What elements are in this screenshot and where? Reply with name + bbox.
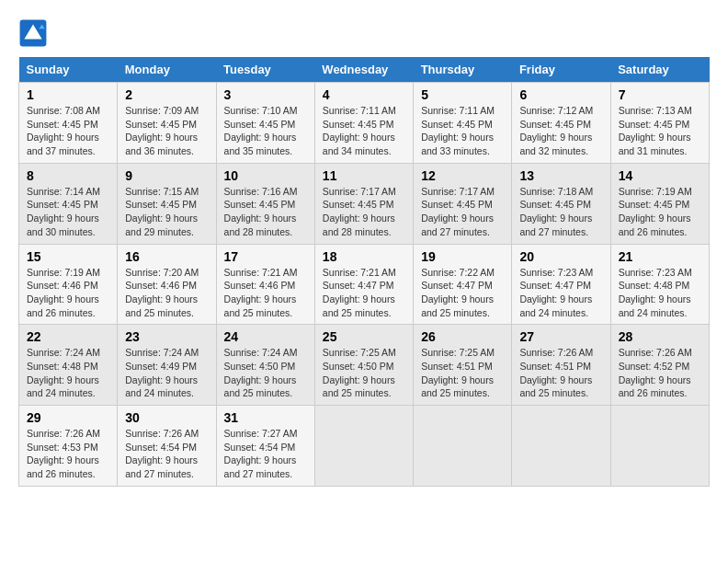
day-info: Sunrise: 7:23 AMSunset: 4:48 PMDaylight:…: [619, 266, 701, 320]
day-info: Sunrise: 7:24 AMSunset: 4:49 PMDaylight:…: [125, 346, 208, 400]
day-number: 3: [224, 87, 307, 102]
day-number: 18: [323, 249, 405, 264]
day-info: Sunrise: 7:11 AMSunset: 4:45 PMDaylight:…: [323, 104, 405, 158]
day-info: Sunrise: 7:19 AMSunset: 4:45 PMDaylight:…: [619, 185, 701, 239]
col-header-sunday: Sunday: [19, 57, 118, 83]
day-number: 26: [421, 329, 504, 344]
day-info: Sunrise: 7:27 AMSunset: 4:54 PMDaylight:…: [224, 427, 307, 481]
day-number: 27: [519, 329, 602, 344]
calendar-cell: 13Sunrise: 7:18 AMSunset: 4:45 PMDayligh…: [512, 163, 610, 244]
calendar-table: SundayMondayTuesdayWednesdayThursdayFrid…: [18, 57, 710, 487]
day-info: Sunrise: 7:13 AMSunset: 4:45 PMDaylight:…: [619, 104, 701, 158]
day-number: 1: [27, 87, 109, 102]
day-info: Sunrise: 7:22 AMSunset: 4:47 PMDaylight:…: [421, 266, 504, 320]
day-info: Sunrise: 7:09 AMSunset: 4:45 PMDaylight:…: [125, 104, 208, 158]
day-info: Sunrise: 7:25 AMSunset: 4:51 PMDaylight:…: [421, 346, 504, 400]
day-info: Sunrise: 7:21 AMSunset: 4:47 PMDaylight:…: [323, 266, 405, 320]
col-header-monday: Monday: [118, 57, 216, 83]
day-number: 5: [421, 87, 504, 102]
logo-icon: [18, 18, 48, 48]
day-info: Sunrise: 7:14 AMSunset: 4:45 PMDaylight:…: [27, 185, 109, 239]
day-info: Sunrise: 7:17 AMSunset: 4:45 PMDaylight:…: [421, 185, 504, 239]
day-info: Sunrise: 7:25 AMSunset: 4:50 PMDaylight:…: [323, 346, 405, 400]
calendar-cell: 20Sunrise: 7:23 AMSunset: 4:47 PMDayligh…: [512, 244, 610, 325]
day-info: Sunrise: 7:26 AMSunset: 4:54 PMDaylight:…: [125, 427, 208, 481]
day-number: 22: [27, 329, 109, 344]
calendar-cell: 18Sunrise: 7:21 AMSunset: 4:47 PMDayligh…: [314, 244, 413, 325]
day-number: 9: [125, 168, 208, 183]
week-row-2: 8Sunrise: 7:14 AMSunset: 4:45 PMDaylight…: [19, 163, 710, 244]
day-number: 14: [619, 168, 701, 183]
day-info: Sunrise: 7:10 AMSunset: 4:45 PMDaylight:…: [224, 104, 307, 158]
day-info: Sunrise: 7:18 AMSunset: 4:45 PMDaylight:…: [519, 185, 602, 239]
calendar-cell: 5Sunrise: 7:11 AMSunset: 4:45 PMDaylight…: [414, 83, 512, 164]
day-info: Sunrise: 7:21 AMSunset: 4:46 PMDaylight:…: [224, 266, 307, 320]
calendar-cell: 15Sunrise: 7:19 AMSunset: 4:46 PMDayligh…: [19, 244, 118, 325]
day-number: 20: [519, 249, 602, 264]
day-info: Sunrise: 7:17 AMSunset: 4:45 PMDaylight:…: [323, 185, 405, 239]
calendar-cell: 27Sunrise: 7:26 AMSunset: 4:51 PMDayligh…: [512, 325, 610, 406]
logo: [18, 18, 51, 48]
calendar-cell: 8Sunrise: 7:14 AMSunset: 4:45 PMDaylight…: [19, 163, 118, 244]
day-info: Sunrise: 7:15 AMSunset: 4:45 PMDaylight:…: [125, 185, 208, 239]
day-number: 28: [619, 329, 701, 344]
col-header-saturday: Saturday: [610, 57, 709, 83]
day-number: 2: [125, 87, 208, 102]
day-info: Sunrise: 7:16 AMSunset: 4:45 PMDaylight:…: [224, 185, 307, 239]
calendar-cell: [512, 406, 610, 487]
calendar-cell: [610, 406, 709, 487]
day-number: 11: [323, 168, 405, 183]
day-number: 30: [125, 410, 208, 425]
day-number: 23: [125, 329, 208, 344]
col-header-tuesday: Tuesday: [216, 57, 314, 83]
calendar-cell: 11Sunrise: 7:17 AMSunset: 4:45 PMDayligh…: [314, 163, 413, 244]
calendar-cell: 29Sunrise: 7:26 AMSunset: 4:53 PMDayligh…: [19, 406, 118, 487]
calendar-cell: 16Sunrise: 7:20 AMSunset: 4:46 PMDayligh…: [118, 244, 216, 325]
day-info: Sunrise: 7:12 AMSunset: 4:45 PMDaylight:…: [519, 104, 602, 158]
day-number: 15: [27, 249, 109, 264]
day-info: Sunrise: 7:26 AMSunset: 4:51 PMDaylight:…: [519, 346, 602, 400]
day-number: 21: [619, 249, 701, 264]
calendar-cell: 7Sunrise: 7:13 AMSunset: 4:45 PMDaylight…: [610, 83, 709, 164]
col-header-friday: Friday: [512, 57, 610, 83]
week-row-4: 22Sunrise: 7:24 AMSunset: 4:48 PMDayligh…: [19, 325, 710, 406]
header-row: SundayMondayTuesdayWednesdayThursdayFrid…: [19, 57, 710, 83]
page-header: [18, 18, 710, 48]
calendar-cell: 17Sunrise: 7:21 AMSunset: 4:46 PMDayligh…: [216, 244, 314, 325]
day-info: Sunrise: 7:24 AMSunset: 4:48 PMDaylight:…: [27, 346, 109, 400]
day-number: 4: [323, 87, 405, 102]
day-info: Sunrise: 7:24 AMSunset: 4:50 PMDaylight:…: [224, 346, 307, 400]
calendar-cell: [414, 406, 512, 487]
day-info: Sunrise: 7:20 AMSunset: 4:46 PMDaylight:…: [125, 266, 208, 320]
calendar-cell: 30Sunrise: 7:26 AMSunset: 4:54 PMDayligh…: [118, 406, 216, 487]
day-info: Sunrise: 7:23 AMSunset: 4:47 PMDaylight:…: [519, 266, 602, 320]
day-number: 7: [619, 87, 701, 102]
day-number: 13: [519, 168, 602, 183]
calendar-cell: 22Sunrise: 7:24 AMSunset: 4:48 PMDayligh…: [19, 325, 118, 406]
day-info: Sunrise: 7:26 AMSunset: 4:52 PMDaylight:…: [619, 346, 701, 400]
calendar-cell: 4Sunrise: 7:11 AMSunset: 4:45 PMDaylight…: [314, 83, 413, 164]
week-row-3: 15Sunrise: 7:19 AMSunset: 4:46 PMDayligh…: [19, 244, 710, 325]
day-number: 16: [125, 249, 208, 264]
calendar-cell: 6Sunrise: 7:12 AMSunset: 4:45 PMDaylight…: [512, 83, 610, 164]
calendar-cell: 23Sunrise: 7:24 AMSunset: 4:49 PMDayligh…: [118, 325, 216, 406]
calendar-cell: 31Sunrise: 7:27 AMSunset: 4:54 PMDayligh…: [216, 406, 314, 487]
calendar-cell: 26Sunrise: 7:25 AMSunset: 4:51 PMDayligh…: [414, 325, 512, 406]
day-number: 6: [519, 87, 602, 102]
calendar-cell: 24Sunrise: 7:24 AMSunset: 4:50 PMDayligh…: [216, 325, 314, 406]
calendar-cell: 28Sunrise: 7:26 AMSunset: 4:52 PMDayligh…: [610, 325, 709, 406]
calendar-cell: 25Sunrise: 7:25 AMSunset: 4:50 PMDayligh…: [314, 325, 413, 406]
col-header-thursday: Thursday: [414, 57, 512, 83]
calendar-cell: 21Sunrise: 7:23 AMSunset: 4:48 PMDayligh…: [610, 244, 709, 325]
calendar-cell: [314, 406, 413, 487]
day-number: 29: [27, 410, 109, 425]
calendar-cell: 2Sunrise: 7:09 AMSunset: 4:45 PMDaylight…: [118, 83, 216, 164]
calendar-cell: 14Sunrise: 7:19 AMSunset: 4:45 PMDayligh…: [610, 163, 709, 244]
calendar-cell: 10Sunrise: 7:16 AMSunset: 4:45 PMDayligh…: [216, 163, 314, 244]
day-info: Sunrise: 7:08 AMSunset: 4:45 PMDaylight:…: [27, 104, 109, 158]
calendar-cell: 19Sunrise: 7:22 AMSunset: 4:47 PMDayligh…: [414, 244, 512, 325]
calendar-cell: 9Sunrise: 7:15 AMSunset: 4:45 PMDaylight…: [118, 163, 216, 244]
day-number: 24: [224, 329, 307, 344]
day-number: 12: [421, 168, 504, 183]
col-header-wednesday: Wednesday: [314, 57, 413, 83]
